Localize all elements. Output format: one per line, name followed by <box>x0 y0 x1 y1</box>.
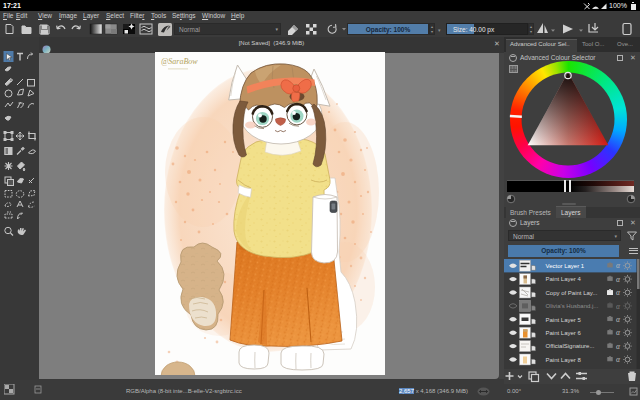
svg-text:@SaraBow: @SaraBow <box>161 57 198 66</box>
svg-text:α: α <box>616 342 621 351</box>
svg-text:α: α <box>616 275 621 284</box>
svg-text:OfficialSignature...: OfficialSignature... <box>546 343 595 349</box>
svg-text:Copy of Paint Lay...: Copy of Paint Lay... <box>546 290 598 296</box>
svg-text:α: α <box>616 355 621 364</box>
svg-text:Paint Layer 5: Paint Layer 5 <box>546 317 582 323</box>
svg-text:Paint Layer 8: Paint Layer 8 <box>546 357 582 363</box>
svg-text:α: α <box>616 315 621 324</box>
svg-text:α: α <box>616 328 621 337</box>
svg-text:α: α <box>616 288 621 297</box>
svg-text:Paint Layer 4: Paint Layer 4 <box>546 276 582 282</box>
svg-text:α: α <box>616 302 621 311</box>
svg-text:Paint Layer 6: Paint Layer 6 <box>546 330 582 336</box>
svg-text:Vector Layer 1: Vector Layer 1 <box>546 263 585 269</box>
svg-text:Olivia's Husband.j...: Olivia's Husband.j... <box>546 303 599 309</box>
